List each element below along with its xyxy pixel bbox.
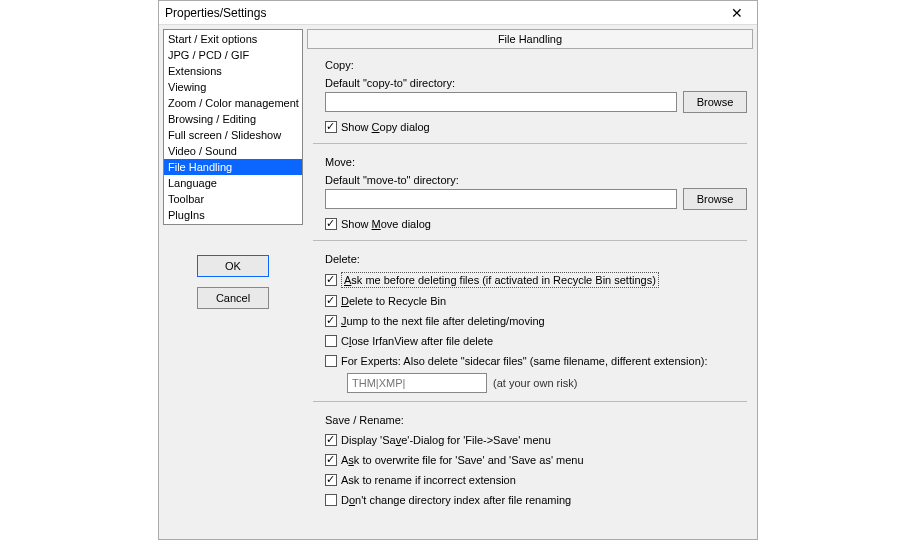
- move-dir-label: Default "move-to" directory:: [325, 174, 753, 186]
- category-item[interactable]: Toolbar: [164, 191, 302, 207]
- delete-ask-row[interactable]: Ask me before deleting files (if activat…: [325, 272, 749, 288]
- delete-sidecar-checkbox[interactable]: [325, 355, 337, 367]
- category-item[interactable]: PlugIns: [164, 207, 302, 223]
- copy-dir-input[interactable]: [325, 92, 677, 112]
- delete-jump-row[interactable]: Jump to the next file after deleting/mov…: [325, 314, 749, 328]
- category-item[interactable]: Zoom / Color management: [164, 95, 302, 111]
- save-group-label: Save / Rename:: [325, 414, 749, 426]
- delete-group-label: Delete:: [325, 253, 749, 265]
- divider: [313, 401, 747, 402]
- move-show-dialog-label: Show Move dialog: [341, 217, 431, 231]
- save-overwrite-row[interactable]: Ask to overwrite file for 'Save' and 'Sa…: [325, 453, 749, 467]
- category-item[interactable]: Start / Exit options: [164, 31, 302, 47]
- settings-panel: File Handling Copy: Default "copy-to" di…: [307, 29, 753, 535]
- save-index-label: Don't change directory index after file …: [341, 493, 571, 507]
- sidecar-ext-input[interactable]: [347, 373, 487, 393]
- move-dir-input[interactable]: [325, 189, 677, 209]
- delete-ask-label: Ask me before deleting files (if activat…: [341, 272, 659, 288]
- delete-jump-checkbox[interactable]: [325, 315, 337, 327]
- save-display-label: Display 'Save'-Dialog for 'File->Save' m…: [341, 433, 551, 447]
- category-item[interactable]: Full screen / Slideshow: [164, 127, 302, 143]
- sidecar-hint: (at your own risk): [493, 377, 577, 389]
- delete-close-label: Close IrfanView after file delete: [341, 334, 493, 348]
- close-icon[interactable]: ✕: [723, 3, 751, 23]
- category-item[interactable]: Video / Sound: [164, 143, 302, 159]
- delete-ask-checkbox[interactable]: [325, 274, 337, 286]
- settings-dialog: Properties/Settings ✕ Start / Exit optio…: [158, 0, 758, 540]
- cancel-button[interactable]: Cancel: [197, 287, 269, 309]
- copy-group-label: Copy:: [325, 59, 749, 71]
- save-display-row[interactable]: Display 'Save'-Dialog for 'File->Save' m…: [325, 433, 749, 447]
- panel-heading: File Handling: [307, 29, 753, 49]
- copy-dir-label: Default "copy-to" directory:: [325, 77, 753, 89]
- dialog-title: Properties/Settings: [165, 6, 266, 20]
- divider: [313, 240, 747, 241]
- move-group-label: Move:: [325, 156, 749, 168]
- save-display-checkbox[interactable]: [325, 434, 337, 446]
- delete-jump-label: Jump to the next file after deleting/mov…: [341, 314, 545, 328]
- save-rename-checkbox[interactable]: [325, 474, 337, 486]
- divider: [313, 143, 747, 144]
- category-item[interactable]: Language: [164, 175, 302, 191]
- category-item[interactable]: JPG / PCD / GIF: [164, 47, 302, 63]
- delete-sidecar-label: For Experts: Also delete "sidecar files"…: [341, 354, 708, 368]
- category-item[interactable]: File Handling: [164, 159, 302, 175]
- save-overwrite-label: Ask to overwrite file for 'Save' and 'Sa…: [341, 453, 584, 467]
- delete-close-row[interactable]: Close IrfanView after file delete: [325, 334, 749, 348]
- ok-button[interactable]: OK: [197, 255, 269, 277]
- delete-sidecar-row[interactable]: For Experts: Also delete "sidecar files"…: [325, 354, 749, 368]
- copy-show-dialog-row[interactable]: Show Copy dialog: [325, 120, 749, 134]
- save-index-checkbox[interactable]: [325, 494, 337, 506]
- category-item[interactable]: Miscellaneous: [164, 223, 302, 225]
- category-list[interactable]: Start / Exit optionsJPG / PCD / GIFExten…: [163, 29, 303, 225]
- delete-recycle-row[interactable]: Delete to Recycle Bin: [325, 294, 749, 308]
- save-rename-row[interactable]: Ask to rename if incorrect extension: [325, 473, 749, 487]
- move-browse-button[interactable]: Browse: [683, 188, 747, 210]
- copy-show-dialog-checkbox[interactable]: [325, 121, 337, 133]
- delete-close-checkbox[interactable]: [325, 335, 337, 347]
- save-overwrite-checkbox[interactable]: [325, 454, 337, 466]
- category-item[interactable]: Viewing: [164, 79, 302, 95]
- category-item[interactable]: Extensions: [164, 63, 302, 79]
- copy-show-dialog-label: Show Copy dialog: [341, 120, 430, 134]
- delete-recycle-checkbox[interactable]: [325, 295, 337, 307]
- move-show-dialog-checkbox[interactable]: [325, 218, 337, 230]
- move-show-dialog-row[interactable]: Show Move dialog: [325, 217, 749, 231]
- category-item[interactable]: Browsing / Editing: [164, 111, 302, 127]
- titlebar: Properties/Settings ✕: [159, 1, 757, 25]
- save-rename-label: Ask to rename if incorrect extension: [341, 473, 516, 487]
- copy-browse-button[interactable]: Browse: [683, 91, 747, 113]
- delete-recycle-label: Delete to Recycle Bin: [341, 294, 446, 308]
- save-index-row[interactable]: Don't change directory index after file …: [325, 493, 749, 507]
